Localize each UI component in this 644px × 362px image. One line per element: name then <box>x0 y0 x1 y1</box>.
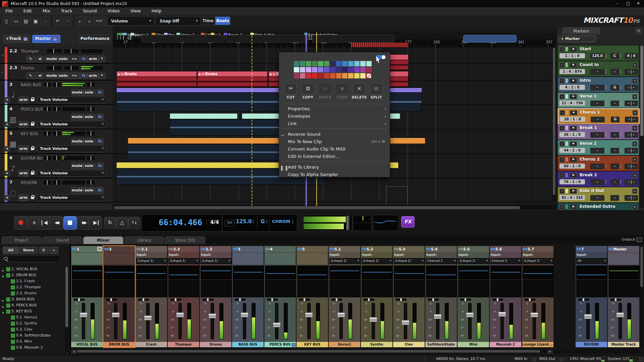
fader-track[interactable] <box>243 303 246 339</box>
strip-name-label[interactable]: REVERB <box>576 342 607 347</box>
sends-panel[interactable] <box>458 280 489 297</box>
stop-button[interactable] <box>63 216 77 230</box>
pan-mini-slider[interactable] <box>364 299 374 301</box>
add-automation-button[interactable]: + <box>4 122 10 127</box>
fader-handle[interactable] <box>584 314 592 319</box>
fader-track[interactable] <box>533 303 536 339</box>
marker-signature-field[interactable]: - | - <box>625 195 638 201</box>
strip-name-label[interactable]: Mini <box>458 342 489 347</box>
color-swatch[interactable] <box>300 73 305 78</box>
key-spinner[interactable]: ▲ ▼ <box>619 132 622 137</box>
marker-card-verse-2[interactable]: ›⚑Verse 2×44 : 1 : 0-▲ ▼-▲ ▼- | - <box>558 140 639 155</box>
eq-display[interactable] <box>233 265 264 280</box>
color-swatch[interactable] <box>306 67 311 72</box>
pencil-icon[interactable]: ✎ <box>26 56 35 62</box>
fader-handle[interactable] <box>401 320 410 325</box>
menu-sound[interactable]: Sound <box>78 7 102 14</box>
resize-grip[interactable] <box>639 357 643 361</box>
fader-handle[interactable] <box>466 312 474 317</box>
strip-name-label[interactable]: SoftHornStabs <box>425 342 457 347</box>
marker-color-chip[interactable] <box>566 157 568 162</box>
mixer-strip-reverb[interactable]: 7Input:All▼0––9––18––27––36––REVERB <box>576 246 607 347</box>
pan-mini-slider[interactable] <box>578 299 589 301</box>
tempo-spinner[interactable]: ▲ ▼ <box>604 101 607 106</box>
track-row-reverb[interactable]: 7REVERB◌mutesolofx+armTrack Volume▼ <box>0 178 113 203</box>
tab-mixer[interactable]: Mixer <box>83 236 123 244</box>
marker-color-chip[interactable] <box>566 47 568 51</box>
flag-icon[interactable]: ⚑ <box>570 110 577 115</box>
track-check-icon[interactable]: ✓ <box>11 321 15 326</box>
marker-time-field[interactable]: 11 : 4 : 750 <box>559 101 585 106</box>
marker-tempo-field[interactable]: - <box>590 195 604 201</box>
expand-marker-icon[interactable]: › <box>559 63 565 68</box>
fader-handle[interactable] <box>530 312 538 317</box>
marker-key-field[interactable]: - <box>610 132 619 138</box>
marker-card-count-in[interactable]: ›⚑Count In×1 : 4 : 874-▲ ▼-▲ ▼- | - <box>558 61 639 76</box>
solo-button[interactable]: solo <box>83 138 95 145</box>
add-send-icon[interactable] <box>292 343 295 347</box>
tree-item-2-drum-bus[interactable]: ▼✓2. DRUM BUS <box>0 272 62 278</box>
marker-key-field[interactable]: - <box>610 148 619 154</box>
midi-clip[interactable] <box>386 138 425 144</box>
loop-button[interactable]: ↻ <box>104 217 116 229</box>
lock-icon[interactable] <box>31 148 34 150</box>
key-spinner[interactable]: ▲ ▼ <box>619 69 622 74</box>
tempo-spinner[interactable]: ▲ ▼ <box>604 53 607 58</box>
scrollbar-thumb[interactable] <box>65 267 68 327</box>
arm-button[interactable]: arm <box>18 97 29 103</box>
track-row-thumper[interactable]: 2.2ThumperB✎◀)mutesolo∿∿fxarm▼ <box>0 47 113 64</box>
track-row-drums[interactable]: 2.3DrumsB✎◀)mutesolo∿∿fxarm▼ <box>0 64 113 80</box>
color-swatch[interactable] <box>336 61 341 66</box>
automation-param-dropdown[interactable]: Track Volume▼ <box>37 145 106 152</box>
sends-panel[interactable] <box>523 280 553 297</box>
pan-slider[interactable] <box>52 82 61 87</box>
marker-color-chip[interactable] <box>566 110 568 115</box>
volume-slider[interactable] <box>43 180 52 185</box>
flag-icon[interactable]: ⚑ <box>570 173 577 178</box>
fx-button[interactable]: fx <box>80 56 87 62</box>
time-readout[interactable]: 66:04.466 <box>159 218 202 227</box>
scrollbar-thumb[interactable] <box>553 48 555 195</box>
track-check-icon[interactable]: ✓ <box>6 303 10 308</box>
menu-item-reverse-sound[interactable]: ↩Reverse Sound <box>279 131 390 138</box>
menu-item-add-to-library[interactable]: ▌▐Add To Library <box>279 164 390 171</box>
pan-mini-slider[interactable] <box>331 299 342 301</box>
volume-slider[interactable] <box>43 82 52 87</box>
flag-icon[interactable]: ⚑ <box>570 141 577 146</box>
color-swatch[interactable] <box>330 61 335 66</box>
fx-button[interactable]: fx <box>95 163 104 169</box>
audio-clip-drums[interactable]: ▶↻Drums <box>197 71 268 87</box>
sends-panel[interactable] <box>297 280 328 297</box>
fx-button[interactable]: fx <box>80 72 87 79</box>
markers-scrollbar[interactable] <box>640 45 644 208</box>
strip-name-label[interactable]: BASS BUS <box>232 342 264 347</box>
fader-track[interactable] <box>339 303 343 339</box>
marker-card-verse-1[interactable]: ›⚑Verse 1×11 : 4 : 750-▲ ▼-▲ ▼- | - <box>558 93 639 108</box>
panel-minimize-button[interactable] <box>637 237 642 242</box>
pan-mini-slider[interactable] <box>492 299 503 301</box>
color-swatch[interactable] <box>324 61 329 66</box>
tree-item-5-5-mini[interactable]: ✓5.5. Mini <box>0 339 62 345</box>
tab-store-30[interactable]: Store (30) <box>165 236 205 244</box>
marker-signature-field[interactable]: - | - <box>625 85 638 90</box>
color-swatch[interactable] <box>306 73 311 78</box>
fx-button[interactable]: fx <box>95 138 104 145</box>
key-spinner[interactable]: ▲ ▼ <box>619 179 622 184</box>
key-spinner[interactable]: ▲▼ <box>265 219 268 224</box>
pan-mini-slider[interactable] <box>74 299 85 301</box>
midi-clip[interactable] <box>170 113 237 119</box>
gear-icon[interactable]: ⚙ <box>39 247 48 254</box>
marker-key-field[interactable]: - <box>610 195 619 201</box>
output-slider[interactable] <box>87 156 95 161</box>
input-dropdown[interactable]: (L)Input 1/▼ <box>394 258 425 264</box>
performance-slot[interactable] <box>312 35 395 43</box>
pan-mini-slider[interactable] <box>170 299 181 301</box>
marker-key-field[interactable]: - <box>610 179 619 185</box>
tab-project[interactable]: Project <box>1 236 42 244</box>
speaker-icon[interactable]: ◀) <box>36 56 44 62</box>
solo-button[interactable]: solo <box>58 72 68 79</box>
color-swatch[interactable] <box>336 73 341 78</box>
marker-signature-field[interactable]: 4 | 4 <box>625 53 638 59</box>
menu-item-copy-to-alpha-sampler[interactable]: Copy To Alpha Sampler <box>279 171 390 178</box>
track-check-icon[interactable]: ✓ <box>11 346 15 350</box>
